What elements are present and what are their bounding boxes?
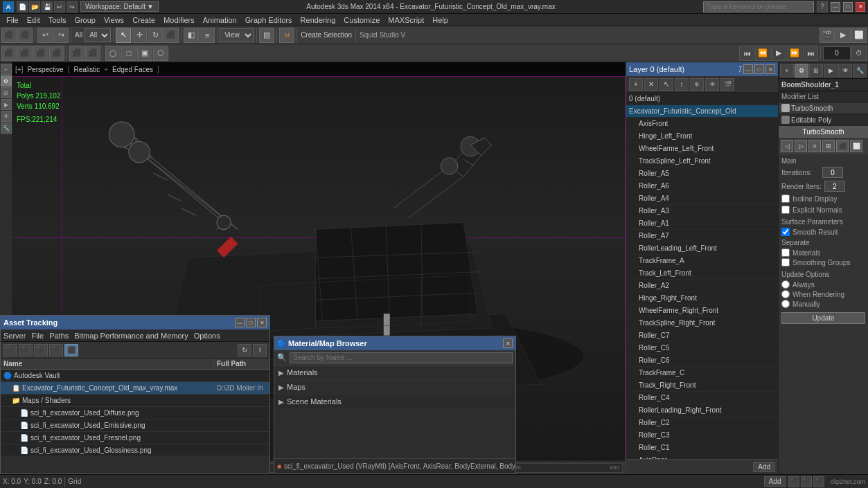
ts-when-render-radio[interactable] [781, 290, 790, 298]
ts-btn3[interactable]: ≡ [808, 140, 821, 152]
menu-edit[interactable]: Edit [24, 14, 44, 26]
menu-tools[interactable]: Tools [45, 14, 70, 26]
tb2-btn3[interactable]: ⬛ [33, 46, 48, 61]
tb2-btn1[interactable]: ⬛ [1, 46, 17, 61]
new-icon[interactable]: 📄 [17, 1, 28, 12]
layer-row[interactable]: Roller_A4 [626, 192, 778, 205]
tb2-next-frame[interactable]: ⏩ [787, 46, 802, 61]
tb-material[interactable]: M [279, 28, 294, 43]
tb2-btn10[interactable]: ⬡ [153, 46, 168, 61]
tb2-btn7[interactable]: ◯ [105, 46, 121, 61]
menu-help[interactable]: Help [429, 14, 452, 26]
tb2-play[interactable]: ▶ [771, 46, 786, 61]
tb-layer-mgr[interactable]: ▤ [259, 28, 274, 43]
modifier-editable-poly[interactable]: Editable Poly [779, 114, 868, 126]
open-icon[interactable]: 📂 [29, 1, 40, 12]
asset-menu-file[interactable]: File [31, 332, 44, 340]
layer-row[interactable]: Roller_C5 [626, 342, 778, 354]
tb-align[interactable]: ≡ [200, 28, 215, 43]
ts-btn6[interactable]: ⬜ [850, 140, 862, 152]
layer-row[interactable]: Roller_C7 [626, 329, 778, 342]
tb2-btn2[interactable]: ⬛ [17, 46, 33, 61]
status-nav-3[interactable]: ⬛ [813, 476, 824, 487]
save-icon[interactable]: 💾 [42, 1, 53, 12]
layer-row[interactable]: Roller_C4 [626, 392, 778, 404]
layer-row[interactable]: Roller_A6 [626, 180, 778, 192]
close-button[interactable]: ✕ [856, 2, 865, 12]
layer-row[interactable]: Roller_A2 [626, 280, 778, 292]
tb1-btn2[interactable]: ⬛ [17, 28, 33, 43]
menu-graph-editors[interactable]: Graph Editors [242, 14, 296, 26]
layer-row[interactable]: TrackSpline_Right_Front [626, 317, 778, 329]
layer-row[interactable]: TrackFrame_C [626, 367, 778, 379]
ts-update-button[interactable]: Update [781, 312, 865, 324]
tb2-btn8[interactable]: □ [121, 46, 136, 61]
status-nav-1[interactable]: ⬛ [788, 476, 799, 487]
tb-render[interactable]: ▶ [835, 28, 851, 43]
layer-row[interactable]: Roller_C3 [626, 429, 778, 442]
tb2-btn5[interactable]: ⬛ [69, 46, 85, 61]
tb2-btn6[interactable]: ⬛ [85, 46, 100, 61]
tb-mirror[interactable]: ◧ [184, 28, 199, 43]
layer-tb-render[interactable]: 🎬 [720, 78, 734, 91]
ts-always-radio[interactable] [781, 280, 790, 289]
menu-group[interactable]: Group [71, 14, 99, 26]
menu-rendering[interactable]: Rendering [297, 14, 339, 26]
asset-tb-btn1[interactable]: ⬛ [3, 344, 17, 356]
layer-row[interactable]: WheelFarme_Right_Front [626, 305, 778, 317]
asset-menu-server[interactable]: Server [3, 332, 26, 340]
layer-row[interactable]: Roller_A5 [626, 168, 778, 180]
asset-row[interactable]: 📁 Maps / Shaders [1, 395, 269, 407]
layer-row[interactable]: Roller_A7 [626, 230, 778, 242]
asset-minimize[interactable]: — [235, 318, 245, 327]
layer-row[interactable]: 0 (default) [626, 93, 778, 105]
tb2-play-next[interactable]: ⏭ [803, 46, 818, 61]
ts-smooth-cb[interactable] [781, 228, 790, 236]
redo-icon[interactable]: ↪ [67, 1, 78, 12]
menu-file[interactable]: File [3, 14, 22, 26]
tb-scale[interactable]: ⬛ [163, 28, 179, 43]
mod-icon-motion[interactable]: ▶ [824, 64, 838, 78]
layers-maximize[interactable]: □ [754, 64, 764, 74]
li-create[interactable]: + [1, 64, 12, 75]
tb1-btn3[interactable]: ↩ [37, 28, 53, 43]
tb1-btn1[interactable]: ⬛ [1, 28, 17, 43]
workspace-button[interactable]: Workspace: Default ▼ [80, 1, 159, 12]
menu-maxscript[interactable]: MAXScript [384, 14, 427, 26]
asset-row[interactable]: 📄 sci_fi_excavator_Used_Emissive.png [1, 419, 269, 432]
layer-tb-new[interactable]: + [629, 78, 643, 91]
li-motion[interactable]: ▶ [1, 99, 12, 110]
layer-tb-delete[interactable]: ✕ [644, 78, 658, 91]
asset-tb-info[interactable]: i [253, 344, 267, 356]
tb2-btn9[interactable]: ▣ [137, 46, 152, 61]
layer-row[interactable]: Track_Left_Front [626, 267, 778, 280]
status-nav-2[interactable]: ⬛ [801, 476, 812, 487]
asset-tb-refresh[interactable]: ↻ [238, 344, 251, 356]
select-tool[interactable]: ↖ [116, 28, 131, 43]
asset-row[interactable]: 📄 sci_fi_excavator_Used_Glossiness.png [1, 444, 269, 455]
layer-tb-move[interactable]: ↕ [675, 78, 689, 91]
tb2-btn4[interactable]: ⬛ [49, 46, 64, 61]
ts-materials-cb[interactable] [781, 248, 790, 257]
mat-maps-row[interactable]: ▶ Maps [274, 380, 515, 395]
asset-menu-paths[interactable]: Paths [49, 332, 69, 340]
mat-close[interactable]: ✕ [503, 338, 513, 348]
search-input[interactable] [703, 1, 814, 12]
layer-row[interactable]: RollerLeading_Right_Front [626, 404, 778, 417]
layers-add-button[interactable]: Add [753, 462, 775, 472]
asset-row[interactable]: 🔵 Autodesk Vault [1, 370, 269, 382]
menu-modifiers[interactable]: Modifiers [160, 14, 198, 26]
asset-maximize[interactable]: □ [246, 318, 256, 327]
mat-materials-row[interactable]: ▶ Materials [274, 365, 515, 380]
ts-smoothgrp-cb[interactable] [781, 258, 790, 266]
li-display[interactable]: 👁 [1, 111, 12, 122]
layer-row[interactable]: RollerLeading_Left_Front [626, 242, 778, 255]
layer-row[interactable]: TrackSpline_Left_Front [626, 155, 778, 168]
asset-tb-btn4[interactable]: ⬛ [49, 344, 63, 356]
asset-close[interactable]: ✕ [257, 318, 267, 327]
asset-menu-bitmap[interactable]: Bitmap Performance and Memory [74, 332, 188, 340]
tb2-prev-frame[interactable]: ⏪ [755, 46, 770, 61]
mod-icon-display[interactable]: 👁 [838, 64, 852, 78]
ts-manually-radio[interactable] [781, 300, 790, 308]
tb2-play-prev[interactable]: ⏮ [739, 46, 754, 61]
